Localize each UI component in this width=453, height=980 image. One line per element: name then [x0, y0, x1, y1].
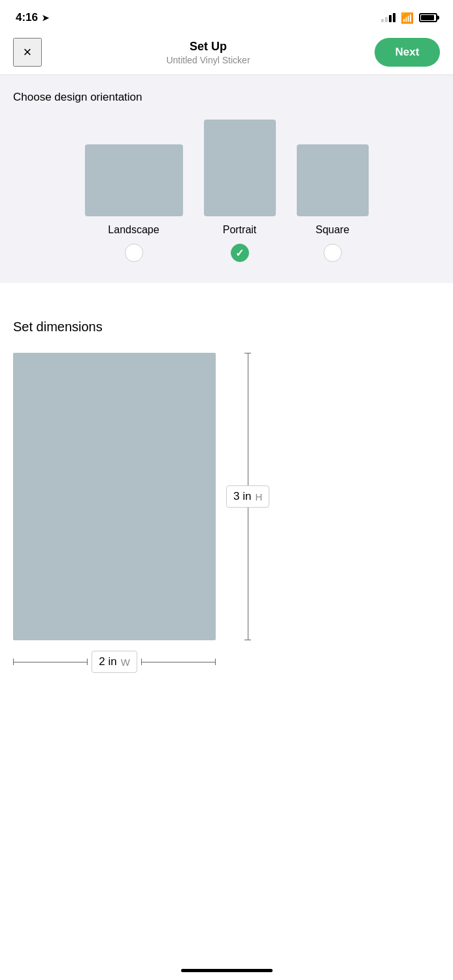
square-card	[297, 144, 369, 216]
wifi-icon: 📶	[401, 12, 414, 24]
height-indicator: 3 in H	[226, 353, 269, 640]
height-line-bottom	[248, 508, 248, 640]
width-unit-label: W	[121, 657, 130, 668]
orientation-section: Choose design orientation Landscape Port…	[0, 75, 453, 283]
landscape-label: Landscape	[108, 224, 159, 236]
status-time: 4:16 ➤	[16, 11, 49, 24]
square-radio[interactable]	[324, 244, 342, 262]
dimensions-section: Set dimensions 2 in W 3 in	[0, 304, 453, 751]
height-tick-top	[244, 353, 251, 353]
canvas-preview	[13, 353, 216, 640]
home-indicator	[181, 969, 273, 972]
page-subtitle: Untitled Vinyl Sticker	[42, 55, 375, 65]
portrait-radio[interactable]	[231, 244, 249, 262]
next-button[interactable]: Next	[375, 38, 440, 67]
close-button[interactable]: ×	[13, 38, 42, 67]
canvas-area: 2 in W 3 in H	[13, 353, 440, 725]
height-unit-label: H	[255, 491, 262, 502]
canvas-left: 2 in W	[13, 353, 216, 673]
width-line-left	[13, 662, 88, 662]
height-input-box[interactable]: 3 in H	[226, 485, 269, 508]
height-line-top	[248, 353, 248, 485]
width-line-right	[141, 662, 216, 662]
portrait-card	[204, 120, 276, 216]
status-icons: 📶	[381, 12, 437, 24]
width-value: 2 in	[99, 655, 116, 668]
portrait-label: Portrait	[223, 224, 257, 236]
width-input-box[interactable]: 2 in W	[92, 651, 137, 673]
section-divider	[0, 283, 453, 304]
orientation-options: Landscape Portrait Square	[13, 120, 440, 262]
orientation-option-landscape[interactable]: Landscape	[85, 144, 183, 262]
width-indicator: 2 in W	[13, 651, 216, 673]
orientation-option-portrait[interactable]: Portrait	[204, 120, 276, 262]
height-tick-bottom	[244, 640, 251, 640]
status-bar: 4:16 ➤ 📶	[0, 0, 453, 33]
close-icon: ×	[24, 44, 32, 61]
dimensions-section-label: Set dimensions	[13, 319, 440, 335]
nav-title: Set Up Untitled Vinyl Sticker	[42, 40, 375, 65]
orientation-option-square[interactable]: Square	[297, 144, 369, 262]
location-arrow-icon: ➤	[42, 13, 49, 23]
battery-icon	[419, 13, 437, 22]
height-value: 3 in	[233, 490, 251, 503]
landscape-card	[85, 144, 183, 216]
nav-bar: × Set Up Untitled Vinyl Sticker Next	[0, 33, 453, 75]
square-label: Square	[316, 224, 350, 236]
orientation-section-label: Choose design orientation	[13, 91, 440, 104]
time-display: 4:16	[16, 11, 38, 24]
signal-strength-icon	[381, 13, 395, 22]
landscape-radio[interactable]	[125, 244, 143, 262]
page-title: Set Up	[42, 40, 375, 54]
